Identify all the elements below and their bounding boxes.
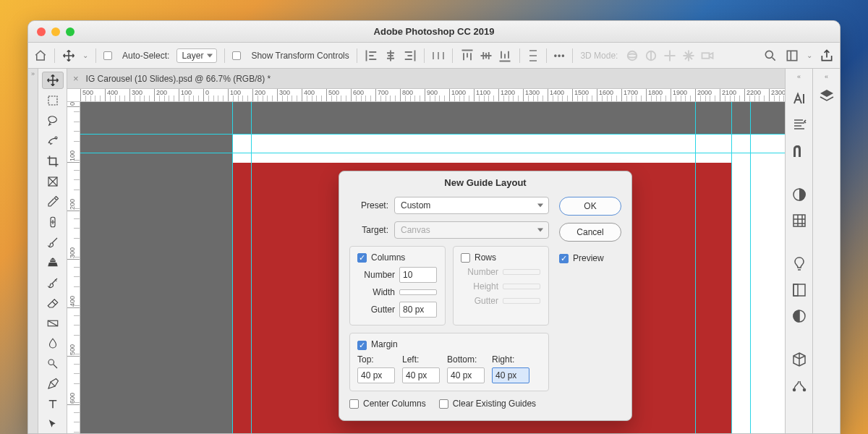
healing-brush-tool[interactable] [42,213,64,231]
margin-top-input[interactable]: 40 px [357,367,395,383]
paragraph-panel-icon[interactable] [791,116,808,134]
close-tab-icon[interactable]: × [73,73,79,84]
paths-panel-icon[interactable] [791,377,808,394]
margin-checkbox[interactable]: ✓ [357,341,367,350]
rows-number-input [503,269,540,275]
distribute-v-icon[interactable] [527,49,539,62]
clear-existing-checkbox[interactable] [439,399,448,409]
history-brush-tool[interactable] [42,274,64,292]
cancel-button[interactable]: Cancel [559,223,621,242]
3d-orbit-icon[interactable] [625,48,639,63]
svg-point-0 [628,51,637,60]
workspace-switcher-icon[interactable] [785,48,799,63]
margin-bottom-input[interactable]: 40 px [447,367,485,383]
learn-panel-icon[interactable] [791,255,808,273]
adjustments-panel-icon[interactable] [791,307,808,325]
svg-point-18 [803,389,805,391]
guide-vertical[interactable] [695,102,696,433]
tool-preset-chevron-icon[interactable]: ⌄ [82,51,88,59]
share-icon[interactable] [820,48,834,63]
lasso-tool[interactable] [42,112,64,129]
search-icon[interactable] [763,48,778,63]
quick-selection-tool[interactable] [42,132,64,150]
gradient-tool[interactable] [42,315,64,332]
frame-tool[interactable] [42,173,64,190]
columns-gutter-input[interactable]: 80 px [399,302,437,318]
guide-vertical[interactable] [750,102,751,433]
layers-panel-icon[interactable] [818,88,835,105]
swatches-panel-icon[interactable] [791,186,808,203]
columns-number-label: Number [357,270,395,280]
preset-dropdown[interactable]: Custom [394,197,549,214]
right-panel-toggle-2[interactable]: « [813,73,840,82]
close-window-button[interactable] [37,27,46,36]
guide-horizontal[interactable] [80,134,785,135]
document-tab-title[interactable]: IG Carousel (10 Slides).psd @ 66.7% (RGB… [86,74,271,84]
guide-vertical[interactable] [731,102,732,433]
brush-tool[interactable] [42,234,64,251]
ok-button[interactable]: OK [559,197,621,216]
margin-right-input[interactable]: 40 px [492,367,529,383]
minimize-window-button[interactable] [51,27,60,36]
clone-stamp-tool[interactable] [42,254,64,271]
zoom-window-button[interactable] [66,27,75,36]
3d-pan-icon[interactable] [663,48,677,63]
ruler-tick: 500 [80,89,93,102]
align-center-h-icon[interactable] [383,48,398,63]
columns-checkbox[interactable]: ✓ [357,253,367,263]
auto-select-checkbox[interactable] [103,51,112,60]
svg-rect-5 [787,51,796,60]
distribute-h-icon[interactable] [432,50,445,61]
dodge-tool[interactable] [42,355,64,373]
auto-select-target-dropdown[interactable]: Layer [176,48,217,63]
home-icon[interactable] [34,49,47,62]
vertical-ruler[interactable]: 0100200300400500600 [67,102,80,433]
options-bar: ⌄ Auto-Select: Layer Show Transform Cont… [28,43,840,69]
glyphs-panel-icon[interactable] [791,142,808,160]
align-left-icon[interactable] [365,48,379,63]
libraries-panel-icon[interactable] [791,281,808,299]
3d-roll-icon[interactable] [644,48,658,63]
target-dropdown[interactable]: Canvas [394,221,549,239]
3d-mode-label: 3D Mode: [580,51,618,61]
guide-horizontal[interactable] [80,153,785,153]
horizontal-ruler[interactable]: 5004003002001000100200300400500600700800… [67,89,785,102]
ruler-tick: 2300 [769,89,785,102]
3d-slide-icon[interactable] [681,48,696,63]
color-panel-icon[interactable] [791,212,808,229]
more-options-icon[interactable]: ••• [554,51,566,61]
character-panel-icon[interactable] [791,90,808,108]
center-columns-checkbox[interactable] [349,399,359,409]
left-panel-toggle[interactable]: » [28,69,38,433]
preview-label: Preview [573,253,604,263]
show-transform-checkbox[interactable] [232,51,241,60]
clear-existing-label: Clear Existing Guides [453,399,536,409]
ruler-tick: 900 [425,89,438,102]
rows-checkbox[interactable] [461,253,470,263]
marquee-tool[interactable] [42,92,64,109]
margin-left-input[interactable]: 40 px [402,367,440,383]
eraser-tool[interactable] [42,294,64,312]
workspace-chevron-icon[interactable]: ⌄ [807,51,812,59]
pen-tool[interactable] [42,375,64,393]
guide-vertical[interactable] [251,102,252,433]
align-group [365,48,417,63]
align-bottom-icon[interactable] [498,48,512,63]
blur-tool[interactable] [42,335,64,352]
eyedropper-tool[interactable] [42,193,64,210]
columns-width-input[interactable] [399,289,437,295]
3d-panel-icon[interactable] [791,351,808,368]
align-right-icon[interactable] [402,48,417,63]
3d-camera-icon[interactable] [700,48,715,63]
columns-number-input[interactable]: 10 [399,267,437,283]
preview-checkbox[interactable]: ✓ [559,254,569,263]
type-tool[interactable] [42,396,64,413]
guide-vertical[interactable] [232,102,233,433]
move-tool[interactable] [42,72,64,89]
path-selection-tool[interactable] [42,416,64,433]
right-panel-toggle[interactable]: « [786,73,812,82]
align-middle-icon[interactable] [479,48,493,63]
align-top-icon[interactable] [460,48,475,63]
crop-tool[interactable] [42,153,64,170]
move-tool-icon[interactable] [62,49,75,62]
